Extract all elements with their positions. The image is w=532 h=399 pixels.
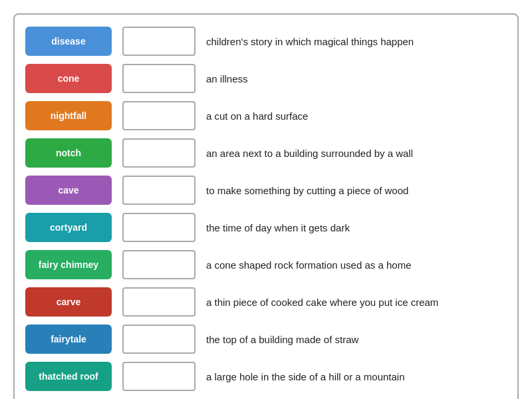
- word-button-nightfall[interactable]: nightfall: [25, 101, 112, 130]
- definition-cortyard: the time of day when it gets dark: [206, 221, 507, 235]
- answer-box-notch[interactable]: [122, 138, 196, 168]
- table-row: carvea thin piece of cooked cake where y…: [25, 286, 507, 318]
- word-button-fairytale[interactable]: fairytale: [25, 325, 112, 354]
- word-button-notch[interactable]: notch: [25, 138, 112, 168]
- definition-fairytale: the top of a building made of straw: [206, 332, 507, 346]
- answer-box-carve[interactable]: [122, 287, 196, 317]
- word-button-thatched-roof[interactable]: thatched roof: [25, 362, 112, 391]
- answer-box-fairy-chimney[interactable]: [122, 250, 196, 279]
- answer-box-fairytale[interactable]: [122, 325, 196, 354]
- matching-exercise: diseasechildren's story in which magical…: [13, 13, 519, 399]
- word-button-cave[interactable]: cave: [25, 176, 112, 205]
- answer-box-cortyard[interactable]: [122, 213, 196, 242]
- table-row: fairytalethe top of a building made of s…: [25, 323, 507, 355]
- answer-box-cave[interactable]: [122, 176, 196, 205]
- table-row: nightfalla cut on a hard surface: [25, 100, 507, 132]
- table-row: conean illness: [25, 63, 507, 94]
- word-button-fairy-chimney[interactable]: fairy chimney: [25, 250, 112, 279]
- definition-carve: a thin piece of cooked cake where you pu…: [206, 295, 507, 309]
- definition-disease: children's story in which magical things…: [206, 35, 507, 49]
- table-row: cortyardthe time of day when it gets dar…: [25, 211, 507, 243]
- answer-box-disease[interactable]: [122, 27, 196, 56]
- word-button-cortyard[interactable]: cortyard: [25, 213, 112, 242]
- definition-nightfall: a cut on a hard surface: [206, 109, 507, 123]
- table-row: thatched roofa large hole in the side of…: [25, 360, 507, 392]
- word-button-cone[interactable]: cone: [25, 64, 112, 93]
- table-row: notchan area next to a building surround…: [25, 137, 507, 169]
- definition-cave: to make something by cutting a piece of …: [206, 184, 507, 198]
- definition-cone: an illness: [206, 72, 507, 86]
- definition-fairy-chimney: a cone shaped rock formation used as a h…: [206, 258, 507, 272]
- answer-box-nightfall[interactable]: [122, 101, 196, 130]
- answer-box-thatched-roof[interactable]: [122, 362, 196, 391]
- word-button-carve[interactable]: carve: [25, 287, 112, 317]
- word-button-disease[interactable]: disease: [25, 27, 112, 56]
- table-row: diseasechildren's story in which magical…: [25, 25, 507, 57]
- definition-thatched-roof: a large hole in the side of a hill or a …: [206, 370, 507, 384]
- table-row: caveto make something by cutting a piece…: [25, 174, 507, 206]
- table-row: fairy chimneya cone shaped rock formatio…: [25, 249, 507, 281]
- answer-box-cone[interactable]: [122, 64, 196, 93]
- definition-notch: an area next to a building surrounded by…: [206, 146, 507, 160]
